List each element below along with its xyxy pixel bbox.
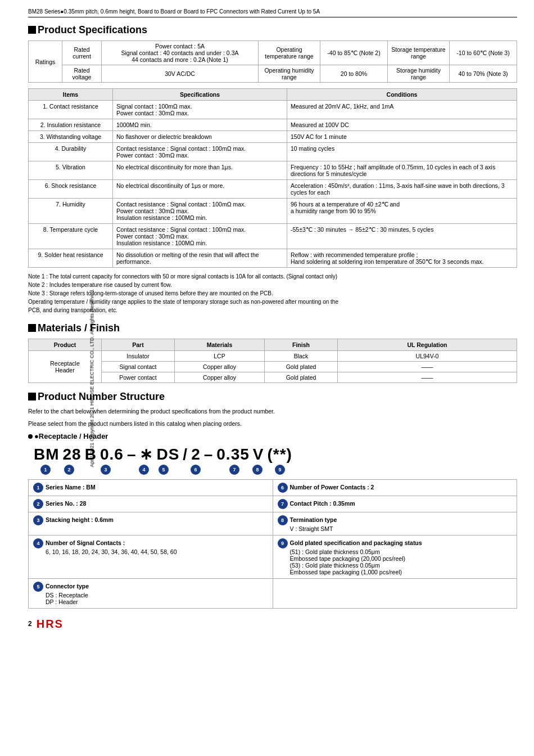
specs-row: 2. Insulation resistance 1000MΩ min. Mea… xyxy=(29,119,517,131)
pn-slash: / xyxy=(183,446,188,464)
circle-numbers-row: 1 2 3 4 5 6 7 8 9 xyxy=(34,464,517,475)
specs-row: 5. Vibration No electrical discontinuity… xyxy=(29,161,517,180)
pn-06: 0.6 xyxy=(100,446,124,464)
desc-circle-6: 6 xyxy=(278,483,288,493)
materials-section: Materials / Finish Product Part Material… xyxy=(28,322,517,383)
specs-col-items: Items xyxy=(29,89,113,101)
materials-ul: —— xyxy=(338,362,517,372)
specs-cond: -55±3℃ : 30 minutes → 85±2℃ : 30 minutes… xyxy=(287,224,517,249)
materials-title: Materials / Finish xyxy=(28,322,517,334)
materials-ul: —— xyxy=(338,372,517,383)
specs-item: 2. Insulation resistance xyxy=(29,119,113,131)
materials-part: Signal contact xyxy=(102,362,175,372)
description-row: 3Stacking height : 0.6mm8Termination typ… xyxy=(29,512,517,535)
desc-cell: 9Gold plated specification and packaging… xyxy=(273,535,517,578)
pn-ds: DS xyxy=(156,446,179,464)
specs-col-spec: Specifications xyxy=(113,89,287,101)
pn-star: ∗ xyxy=(139,445,153,464)
ratings-label: Ratings xyxy=(29,41,62,83)
desc-circle-7: 7 xyxy=(278,499,288,509)
materials-part: Insulator xyxy=(102,351,175,362)
op-humid-val: 20 to 80% xyxy=(320,65,388,83)
op-humid-label: Operating humidity range xyxy=(259,65,320,83)
specs-spec: Contact resistance : Signal contact : 10… xyxy=(113,224,287,249)
materials-ul: UL94V-0 xyxy=(338,351,517,362)
materials-row: Power contact Copper alloy Gold plated —… xyxy=(29,372,517,383)
receptacle-label: ●Receptacle / Header xyxy=(28,432,517,440)
mat-col-materials: Materials xyxy=(175,339,265,351)
mat-col-ul: UL Regulation xyxy=(338,339,517,351)
page-header: BM28 Series●0.35mm pitch, 0.6mm height, … xyxy=(28,8,517,17)
product-number-desc2: Please select from the product numbers l… xyxy=(28,420,517,429)
specs-row: 4. Durability Contact resistance : Signa… xyxy=(29,143,517,161)
specs-item: 8. Temperature cycle xyxy=(29,224,113,249)
desc-cell: 4Number of Signal Contacts :6, 10, 16, 1… xyxy=(29,535,273,578)
specs-item: 4. Durability xyxy=(29,143,113,161)
hrs-logo: HRS xyxy=(37,618,64,631)
footer-page: 2 xyxy=(28,620,32,628)
product-specs-title: Product Specifications xyxy=(28,24,517,36)
materials-table: Product Part Materials Finish UL Regulat… xyxy=(28,339,517,383)
specs-item: 6. Shock resistance xyxy=(29,180,113,199)
specs-row: 7. Humidity Contact resistance : Signal … xyxy=(29,199,517,224)
specs-item: 3. Withstanding voltage xyxy=(29,131,113,143)
specs-row: 8. Temperature cycle Contact resistance … xyxy=(29,224,517,249)
pn-bm: BM xyxy=(34,446,60,464)
desc-cell: 6Number of Power Contacts : 2 xyxy=(273,479,517,496)
pn-dash2: – xyxy=(204,446,214,464)
specs-row: 6. Shock resistance No electrical discon… xyxy=(29,180,517,199)
circle-7: 7 xyxy=(229,465,239,475)
specs-row: 9. Solder heat resistance No dissolution… xyxy=(29,249,517,268)
specs-cond: Measured at 100V DC xyxy=(287,119,517,131)
op-temp-label: Operating temperature range xyxy=(259,41,320,65)
pn-28: 28 xyxy=(63,446,82,464)
specs-row: 1. Contact resistance Signal contact : 1… xyxy=(29,101,517,119)
specs-spec: No electrical discontinuity for more tha… xyxy=(113,161,287,180)
note-line: Note 3 : Storage refers to long-term-sto… xyxy=(28,289,517,298)
pn-dash1: – xyxy=(127,446,137,464)
specs-item: 1. Contact resistance xyxy=(29,101,113,119)
storage-temp-label: Storage temperature range xyxy=(388,41,450,65)
circle-2: 2 xyxy=(64,465,74,475)
product-number-title: Product Number Structure xyxy=(28,391,517,403)
rated-current-val: Power contact : 5A Signal contact : 40 c… xyxy=(102,41,259,65)
circle-4: 4 xyxy=(139,465,149,475)
pn-v: V xyxy=(253,446,264,464)
circle-8: 8 xyxy=(252,465,263,475)
specs-item: 5. Vibration xyxy=(29,161,113,180)
note-line: Operating temperature / humidity range a… xyxy=(28,298,517,306)
sidebar-copyright: Apr.1.2021 Copyright 2021 HIROSE ELECTRI… xyxy=(89,289,94,467)
note-line: Note 1 : The total current capacity for … xyxy=(28,272,517,281)
specs-cond: Reflow : with recommended temperature pr… xyxy=(287,249,517,268)
desc-circle-1: 1 xyxy=(33,483,43,493)
footer: 2 HRS xyxy=(28,618,517,631)
pn-035: 0.35 xyxy=(216,446,250,464)
desc-circle-9: 9 xyxy=(278,538,288,548)
specs-cond: Measured at 20mV AC, 1kHz, and 1mA xyxy=(287,101,517,119)
description-row: 5Connector typeDS : Receptacle DP : Head… xyxy=(29,578,517,608)
specs-row: 3. Withstanding voltage No flashover or … xyxy=(29,131,517,143)
rated-voltage-label: Rated voltage xyxy=(62,65,102,83)
materials-finish: Black xyxy=(265,351,338,362)
specs-spec: Signal contact : 100mΩ max. Power contac… xyxy=(113,101,287,119)
specs-spec: 1000MΩ min. xyxy=(113,119,287,131)
op-temp-val: -40 to 85℃ (Note 2) xyxy=(320,41,388,65)
materials-materials: Copper alloy xyxy=(175,372,265,383)
specs-cond: 150V AC for 1 minute xyxy=(287,131,517,143)
header-title: BM28 Series●0.35mm pitch, 0.6mm height, … xyxy=(28,8,320,15)
product-number-desc1: Refer to the chart below when determinin… xyxy=(28,407,517,416)
specs-cond: Frequency : 10 to 55Hz ; half amplitude … xyxy=(287,161,517,180)
materials-row: Signal contact Copper alloy Gold plated … xyxy=(29,362,517,372)
storage-humid-val: 40 to 70% (Note 3) xyxy=(450,65,517,83)
circle-3: 3 xyxy=(101,465,111,475)
storage-temp-val: -10 to 60℃ (Note 3) xyxy=(450,41,517,65)
desc-circle-3: 3 xyxy=(33,515,43,525)
materials-finish: Gold plated xyxy=(265,362,338,372)
desc-circle-8: 8 xyxy=(278,515,288,525)
specs-item: 7. Humidity xyxy=(29,199,113,224)
circle-9: 9 xyxy=(275,465,285,475)
description-row: 2Series No. : 287Contact Pitch : 0.35mm xyxy=(29,496,517,512)
circle-6: 6 xyxy=(191,465,201,475)
specs-cond: 96 hours at a temperature of 40 ±2℃ and … xyxy=(287,199,517,224)
rated-voltage-val: 30V AC/DC xyxy=(102,65,259,83)
